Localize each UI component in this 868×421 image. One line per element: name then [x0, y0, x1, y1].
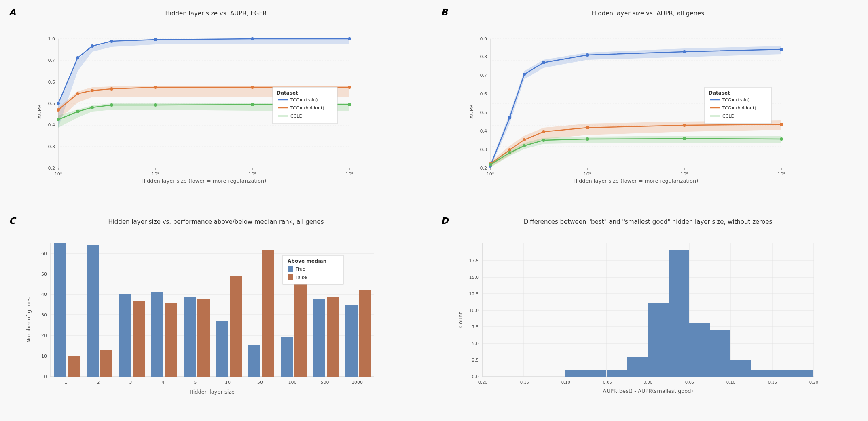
dot: [586, 53, 589, 57]
ytick: 0.9: [480, 36, 487, 42]
chart-b-xlabel: Hidden layer size (lower = more regulari…: [574, 178, 699, 184]
ytick: 1.0: [48, 36, 55, 42]
bar-false: [165, 303, 177, 377]
hist-bar: [730, 360, 751, 377]
dot: [154, 86, 157, 89]
bar-true: [184, 297, 196, 377]
bar-true: [216, 321, 228, 377]
dot: [348, 103, 351, 106]
dot: [683, 137, 686, 140]
hist-bar: [710, 330, 730, 377]
dot: [523, 73, 526, 76]
dot: [110, 103, 113, 107]
bar-true: [313, 299, 325, 377]
chart-a-xlabel: Hidden layer size (lower = more regulari…: [142, 178, 267, 184]
chart-c-ylabel: Number of genes: [25, 297, 32, 343]
xtick: 10³: [346, 171, 353, 177]
xtick: 0.05: [685, 380, 694, 385]
hist-bar: [669, 250, 689, 377]
dot: [683, 50, 686, 53]
legend-rect-true: [288, 266, 293, 272]
hist-bar: [689, 323, 710, 377]
dot: [110, 40, 113, 43]
dot: [57, 118, 60, 121]
hist-bar: [565, 370, 586, 377]
bar-true: [345, 305, 358, 377]
xtick: -0.05: [601, 380, 612, 385]
dot: [110, 87, 113, 91]
xtick: 0.00: [644, 380, 652, 385]
xtick: 10¹: [584, 171, 591, 177]
hist-bar: [772, 370, 792, 377]
ccle-band-b: [490, 136, 781, 168]
ytick: 0.8: [480, 54, 487, 59]
xtick: 10¹: [152, 171, 159, 177]
ytick: 60: [41, 251, 47, 256]
main-grid: A Hidden layer size vs. AUPR, EGFR AUPR: [0, 0, 868, 421]
hist-bar: [607, 370, 627, 377]
panel-a-label: A: [9, 7, 16, 17]
xtick: 500: [321, 380, 329, 385]
dot: [489, 163, 492, 166]
ytick: 0.4: [48, 122, 55, 128]
dot: [91, 89, 94, 92]
ytick: 0.3: [48, 144, 55, 149]
legend-title-a: Dataset: [277, 90, 298, 96]
legend-label: CCLE: [290, 114, 302, 119]
xtick: -0.10: [560, 380, 570, 385]
ytick: 40: [41, 292, 47, 297]
xtick: 1000: [351, 380, 363, 385]
dot: [683, 124, 686, 127]
dot: [348, 37, 351, 40]
bar-false: [197, 299, 210, 377]
hist-bar: [751, 370, 772, 377]
xtick: 0.20: [809, 380, 818, 385]
ytick: 0.5: [480, 110, 487, 115]
ytick: 17.5: [469, 258, 479, 263]
dot: [154, 103, 157, 107]
dot: [91, 44, 94, 48]
dot: [542, 61, 545, 64]
chart-d: Count: [456, 235, 840, 405]
dot: [76, 56, 79, 59]
bar-false: [262, 250, 274, 377]
bar-true: [87, 245, 99, 377]
ytick: 0.2: [48, 166, 55, 171]
panel-d-label: D: [441, 216, 448, 226]
panel-b: B Hidden layer size vs. AUPR, all genes …: [436, 4, 864, 208]
dot: [57, 108, 60, 112]
dot: [523, 138, 526, 141]
dot: [780, 123, 783, 126]
xtick: -0.20: [477, 380, 487, 385]
xtick: 10⁰: [55, 171, 62, 177]
xtick: 4: [162, 380, 165, 385]
hist-bar: [586, 370, 606, 377]
panel-c: C Hidden layer size vs. performance abov…: [4, 213, 432, 417]
ytick: 15.0: [469, 275, 479, 280]
bar-true: [248, 345, 260, 377]
dot: [542, 130, 545, 133]
xtick: 0.10: [726, 380, 735, 385]
ytick: 0: [44, 374, 47, 379]
bar-true: [281, 337, 293, 377]
ytick: 0.7: [48, 58, 55, 63]
dot: [523, 144, 526, 147]
bar-true: [54, 243, 66, 377]
xtick: 50: [257, 380, 263, 385]
panel-c-title: Hidden layer size vs. performance above/…: [108, 218, 324, 225]
bar-false: [68, 356, 80, 377]
legend-label: TCGA (train): [722, 97, 750, 103]
legend-title-c: Above median: [288, 258, 326, 264]
ytick: 30: [41, 312, 47, 318]
xtick: 10³: [778, 171, 785, 177]
ytick: 0.3: [480, 147, 487, 152]
panel-a: A Hidden layer size vs. AUPR, EGFR AUPR: [4, 4, 432, 208]
chart-d-xlabel: AUPR(best) - AUPR(smallest good): [603, 388, 693, 394]
chart-d-ylabel: Count: [457, 312, 464, 328]
ytick: 2.5: [472, 358, 479, 363]
xtick: 100: [288, 380, 297, 385]
panel-b-title: Hidden layer size vs. AUPR, all genes: [592, 10, 704, 17]
ytick: 50: [41, 272, 47, 277]
dot: [586, 126, 589, 129]
panel-d: D Differences between "best" and "smalle…: [436, 213, 864, 417]
